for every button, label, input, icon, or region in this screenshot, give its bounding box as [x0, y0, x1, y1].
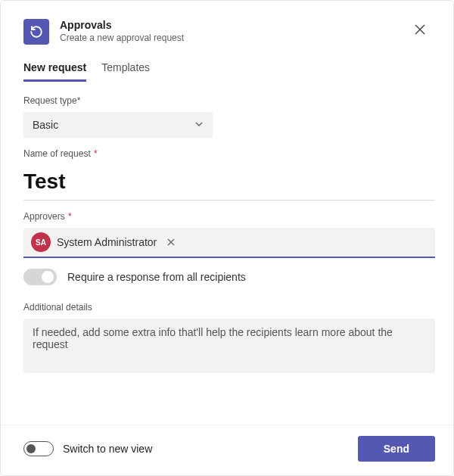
switch-view-label: Switch to new view: [63, 443, 152, 455]
send-button[interactable]: Send: [358, 436, 435, 462]
close-icon: [167, 238, 175, 246]
require-all-toggle[interactable]: [23, 269, 57, 285]
dialog-header: Approvals Create a new approval request: [1, 1, 453, 51]
require-all-label: Require a response from all recipients: [67, 271, 246, 283]
header-subtitle: Create a new approval request: [60, 33, 409, 43]
header-title: Approvals: [60, 19, 409, 31]
switch-view-row: Switch to new view: [23, 441, 152, 456]
require-all-row: Require a response from all recipients: [23, 269, 435, 285]
close-button[interactable]: [409, 19, 431, 40]
tab-templates[interactable]: Templates: [101, 57, 150, 82]
request-type-select[interactable]: Basic: [23, 112, 213, 138]
required-star: *: [66, 211, 72, 222]
approvals-dialog: Approvals Create a new approval request …: [0, 0, 454, 476]
form-scroll-area[interactable]: Request type* Basic Name of request * Ap…: [1, 82, 453, 425]
required-star: *: [92, 148, 98, 159]
approvers-label: Approvers *: [23, 211, 435, 222]
close-icon: [415, 24, 425, 35]
request-name-input[interactable]: [23, 165, 435, 201]
remove-approver-button[interactable]: [167, 236, 175, 248]
approvers-input[interactable]: SA System Administrator: [23, 228, 435, 258]
additional-details-input[interactable]: [23, 319, 435, 373]
approver-chip-name: System Administrator: [57, 236, 157, 248]
name-label: Name of request *: [23, 148, 435, 159]
chevron-down-icon: [194, 119, 204, 131]
tab-new-request[interactable]: New request: [23, 57, 86, 82]
switch-view-toggle[interactable]: [23, 441, 54, 456]
approvals-app-icon: [23, 19, 49, 45]
tab-bar: New request Templates: [1, 51, 453, 82]
approver-avatar: SA: [31, 232, 51, 252]
request-type-label: Request type*: [23, 95, 435, 106]
details-label: Additional details: [23, 302, 435, 313]
header-text: Approvals Create a new approval request: [60, 19, 409, 43]
dialog-footer: Switch to new view Send: [1, 425, 453, 475]
request-type-value: Basic: [33, 119, 58, 131]
